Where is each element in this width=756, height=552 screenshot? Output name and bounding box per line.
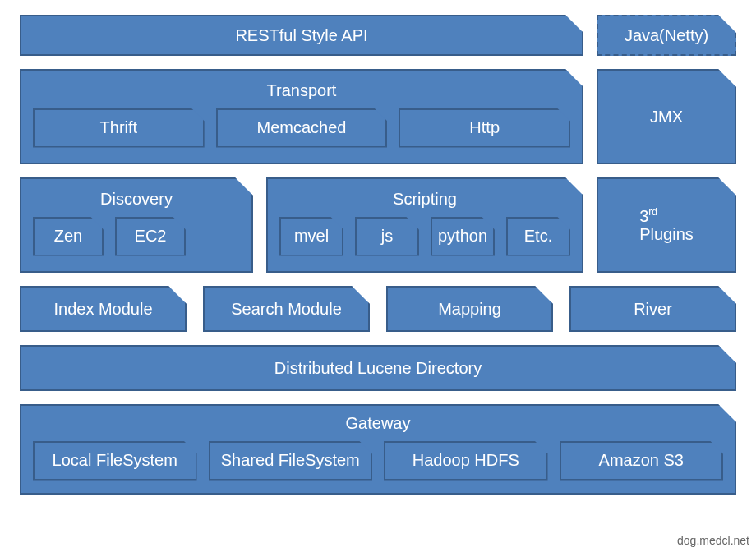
box-index-module: Index Module: [20, 286, 187, 332]
box-amazon-s3: Amazon S3: [560, 441, 724, 481]
label-etc: Etc.: [524, 227, 552, 246]
box-shared-fs: Shared FileSystem: [209, 441, 373, 481]
box-etc: Etc.: [506, 217, 570, 256]
label-http: Http: [469, 118, 500, 137]
box-river: River: [569, 286, 736, 332]
label-lucene-directory: Distributed Lucene Directory: [274, 359, 482, 378]
plugins-post: Plugins: [639, 225, 694, 243]
box-jmx: JMX: [597, 69, 736, 164]
gateway-items: Local FileSystem Shared FileSystem Hadoo…: [21, 436, 735, 490]
label-thrift: Thrift: [100, 118, 138, 137]
title-discovery: Discovery: [100, 185, 173, 212]
row-lucene: Distributed Lucene Directory: [20, 345, 736, 391]
box-thrift: Thrift: [33, 108, 205, 148]
label-js: js: [381, 227, 393, 246]
box-transport: Transport Thrift Memcached Http: [20, 69, 583, 164]
scripting-items: mvel js python Etc.: [268, 212, 582, 266]
row-discovery-scripting: Discovery Zen EC2 Scripting mvel js pyth…: [20, 177, 736, 273]
box-discovery: Discovery Zen EC2: [20, 177, 253, 273]
title-scripting: Scripting: [393, 185, 457, 212]
box-restful-api: RESTful Style API: [20, 15, 583, 56]
label-restful-api: RESTful Style API: [235, 26, 367, 45]
box-zen: Zen: [33, 217, 104, 256]
box-scripting: Scripting mvel js python Etc.: [266, 177, 583, 273]
box-memcached: Memcached: [216, 108, 388, 148]
row-transport: Transport Thrift Memcached Http JMX: [20, 69, 736, 164]
box-python: python: [431, 217, 495, 256]
label-local-fs: Local FileSystem: [53, 451, 177, 470]
label-hadoop-hdfs: Hadoop HDFS: [413, 451, 519, 470]
row-api: RESTful Style API Java(Netty): [20, 15, 736, 56]
box-java-netty: Java(Netty): [597, 15, 736, 56]
label-python: python: [438, 227, 487, 246]
label-mvel: mvel: [294, 227, 329, 246]
label-shared-fs: Shared FileSystem: [221, 451, 360, 470]
label-ec2: EC2: [135, 227, 167, 246]
row-modules: Index Module Search Module Mapping River: [20, 286, 736, 332]
box-mapping: Mapping: [386, 286, 553, 332]
label-3rd-plugins: 3rd Plugins: [639, 206, 694, 245]
title-gateway: Gateway: [346, 409, 411, 436]
row-gateway: Gateway Local FileSystem Shared FileSyst…: [20, 404, 736, 494]
box-mvel: mvel: [279, 217, 343, 256]
label-index-module: Index Module: [53, 300, 152, 319]
title-transport: Transport: [267, 76, 337, 104]
label-java-netty: Java(Netty): [625, 26, 708, 45]
box-hadoop-hdfs: Hadoop HDFS: [384, 441, 548, 481]
box-js: js: [355, 217, 419, 256]
label-zen: Zen: [54, 227, 82, 246]
label-jmx: JMX: [650, 108, 683, 126]
box-local-fs: Local FileSystem: [33, 441, 197, 481]
watermark: dog.medcl.net: [677, 534, 749, 547]
plugins-pre: 3: [639, 206, 648, 224]
label-memcached: Memcached: [257, 118, 347, 137]
box-ec2: EC2: [115, 217, 186, 256]
box-gateway: Gateway Local FileSystem Shared FileSyst…: [20, 404, 736, 494]
label-search-module: Search Module: [231, 300, 342, 319]
transport-items: Thrift Memcached Http: [21, 104, 582, 158]
box-3rd-plugins: 3rd Plugins: [597, 177, 736, 273]
plugins-sup: rd: [648, 206, 657, 218]
label-amazon-s3: Amazon S3: [599, 451, 684, 470]
label-river: River: [634, 300, 672, 319]
box-lucene-directory: Distributed Lucene Directory: [20, 345, 736, 391]
label-mapping: Mapping: [438, 300, 501, 319]
box-http: Http: [399, 108, 570, 148]
discovery-items: Zen EC2: [21, 212, 251, 266]
box-search-module: Search Module: [203, 286, 370, 332]
